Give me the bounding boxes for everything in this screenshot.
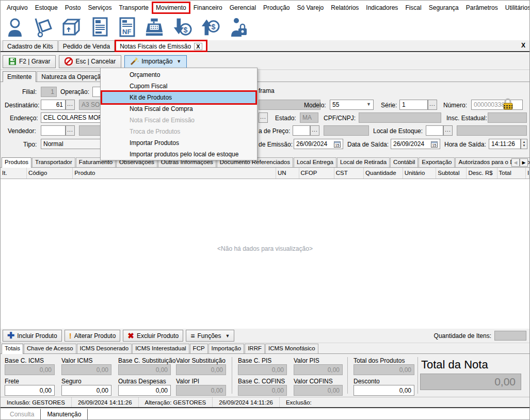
scroll-left-icon[interactable]: ◀ [511, 158, 520, 167]
tab-produtos[interactable]: Produtos [2, 157, 31, 168]
tab-pedido-de-venda[interactable]: Pedido de Venda [58, 40, 115, 51]
tabela-preco-field[interactable] [293, 125, 310, 136]
importacao-button[interactable]: Importação ▼ [124, 55, 187, 68]
customer-icon[interactable] [5, 17, 25, 38]
menu-seguranca[interactable]: Segurança [426, 3, 462, 13]
menu-estoque[interactable]: Estoque [32, 3, 61, 13]
strip-close-icon[interactable]: X [519, 42, 527, 49]
destinatario-lookup-button[interactable]: ... [66, 100, 75, 110]
user-security-icon[interactable] [228, 17, 248, 38]
col-cfop[interactable]: CFOP [299, 168, 334, 179]
menu-producao[interactable]: Produção [260, 3, 293, 13]
calendar-icon[interactable]: 15 [334, 141, 341, 148]
endereco-lookup-button[interactable]: ... [259, 112, 268, 123]
col-total[interactable]: Total [497, 168, 526, 179]
local-estoque-lookup-button[interactable]: ... [443, 125, 453, 136]
incluir-produto-button[interactable]: ✚ Incluir Produto [3, 330, 62, 342]
tab-local-entrega[interactable]: Local Entrega [294, 157, 336, 167]
time-spinner[interactable]: ▲▼ [521, 139, 527, 149]
menu-so-varejo[interactable]: Só Varejo [294, 3, 327, 13]
tab-notas-fiscais-de-emissao[interactable]: Notas Fiscais de Emissão X [115, 40, 206, 51]
calendar-icon[interactable]: 15 [431, 141, 438, 148]
vendedor-field[interactable] [41, 125, 66, 136]
cancel-button[interactable]: Esc | Cancelar [59, 55, 121, 68]
tab-consulta[interactable]: Consulta [4, 409, 40, 420]
spinner-down-icon[interactable]: ▼ [523, 144, 526, 148]
serie-lookup-button[interactable]: ... [428, 100, 437, 110]
tab-irrf[interactable]: IRRF [245, 344, 265, 353]
tab-transportador[interactable]: Transportador [32, 157, 75, 167]
hora-saida-field[interactable]: 14:11:26 [489, 139, 521, 149]
tab-contabil[interactable]: Contábil [390, 157, 418, 167]
menu-gerencial[interactable]: Gerencial [227, 3, 259, 13]
col-it[interactable]: It. [1, 168, 27, 179]
tab-manutencao[interactable]: Manutenção [40, 409, 88, 420]
menu-arquivo[interactable]: Arquivo [4, 3, 31, 13]
alterar-produto-button[interactable]: ! Alterar Produto [65, 330, 121, 342]
seguro-field[interactable]: 0,00 [61, 385, 111, 396]
spinner-up-icon[interactable]: ▲ [523, 140, 526, 144]
menu-item-importar-produtos[interactable]: Importar Produtos [101, 137, 257, 149]
scroll-right-icon[interactable]: ▶ [520, 158, 528, 167]
money-in-icon[interactable]: $ [172, 17, 192, 38]
tab-local-de-retirada[interactable]: Local de Retirada [337, 157, 390, 167]
package-icon[interactable] [60, 17, 81, 38]
data-emissao-field[interactable]: 26/09/2024 15 [294, 139, 343, 149]
frete-field[interactable]: 0,00 [5, 385, 55, 396]
menu-relatorios[interactable]: Relatórios [328, 3, 362, 13]
tab-importacao[interactable]: Importação [208, 344, 245, 353]
col-un[interactable]: UN [276, 168, 299, 179]
data-saida-field[interactable]: 26/09/2024 15 [391, 139, 440, 149]
menu-item-orcamento[interactable]: Orçamento [101, 69, 257, 80]
col-cst[interactable]: CST [334, 168, 364, 179]
menu-financeiro[interactable]: Financeiro [190, 3, 226, 13]
tab-chave-de-acesso[interactable]: Chave de Acesso [24, 344, 76, 353]
menu-transporte[interactable]: Transporte [116, 3, 152, 13]
menu-posto[interactable]: Posto [62, 3, 84, 13]
delivery-cart-icon[interactable] [33, 17, 53, 38]
tab-icms-desonerado[interactable]: ICMS Desonerado [77, 344, 132, 353]
save-button[interactable]: F2 | Gravar [3, 55, 56, 68]
menu-utilitarios[interactable]: Utilitários [502, 3, 530, 13]
menu-fiscal[interactable]: Fiscal [402, 3, 424, 13]
menu-item-kit-de-produtos[interactable]: Kit de Produtos [101, 92, 257, 103]
col-subtotal[interactable]: Subtotal [436, 168, 467, 179]
outras-despesas-field[interactable]: 0,00 [118, 385, 171, 396]
funcoes-button[interactable]: ≡ Funções ▼ [186, 330, 234, 342]
col-produto[interactable]: Produto [73, 168, 276, 179]
menu-item-nota-fiscal-de-compra[interactable]: Nota Fiscal de Compra [101, 103, 257, 115]
cash-register-icon[interactable] [144, 17, 165, 38]
nf-document-icon[interactable]: NF [116, 17, 137, 38]
menu-movimento[interactable]: Movimento [153, 3, 189, 13]
tabela-preco-lookup-button[interactable]: ... [310, 125, 319, 136]
modelo-combo[interactable]: 55▼ [330, 100, 374, 110]
col-unitario[interactable]: Unitário [403, 168, 437, 179]
menu-item-cupom-fiscal[interactable]: Cupom Fiscal [101, 80, 257, 92]
destinatario-code-field[interactable]: 61 [41, 100, 66, 110]
tab-natureza-da-operacao[interactable]: Natureza da Operação [37, 71, 108, 82]
col-icms[interactable]: ICMS [526, 168, 529, 179]
tab-icms-interestadual[interactable]: ICMS Interestadual [132, 344, 189, 353]
col-quantidade[interactable]: Quantidade [364, 168, 403, 179]
vendedor-lookup-button[interactable]: ... [66, 125, 75, 136]
tab-cadastro-de-kits[interactable]: Cadastro de Kits [3, 40, 58, 51]
serie-field[interactable]: 1 [399, 100, 428, 110]
money-out-icon[interactable]: $ [200, 17, 220, 38]
menu-indicadores[interactable]: Indicadores [363, 3, 401, 13]
tab-totais[interactable]: Totais [2, 344, 23, 354]
col-desc-rs[interactable]: Desc. R$ [467, 168, 497, 179]
products-table-body[interactable]: <Não há dados para visualização> [1, 179, 529, 329]
desconto-field[interactable]: 0,00 [354, 385, 414, 396]
tab-icms-monofasico[interactable]: ICMS Monofásico [265, 344, 318, 353]
menu-servicos[interactable]: Serviços [85, 3, 115, 13]
tab-close-icon[interactable]: X [194, 43, 202, 50]
lock-icon[interactable] [501, 98, 515, 111]
excluir-produto-button[interactable]: ✖ Excluir Produto [123, 330, 183, 342]
menu-parametros[interactable]: Parâmetros [463, 3, 501, 13]
invoice-icon[interactable] [88, 17, 109, 38]
tab-fcp[interactable]: FCP [190, 344, 208, 353]
col-codigo[interactable]: Código [27, 168, 73, 179]
tab-exportacao[interactable]: Exportação [419, 157, 455, 167]
local-estoque-field[interactable] [426, 125, 443, 136]
tab-emitente[interactable]: Emitente [3, 71, 36, 82]
